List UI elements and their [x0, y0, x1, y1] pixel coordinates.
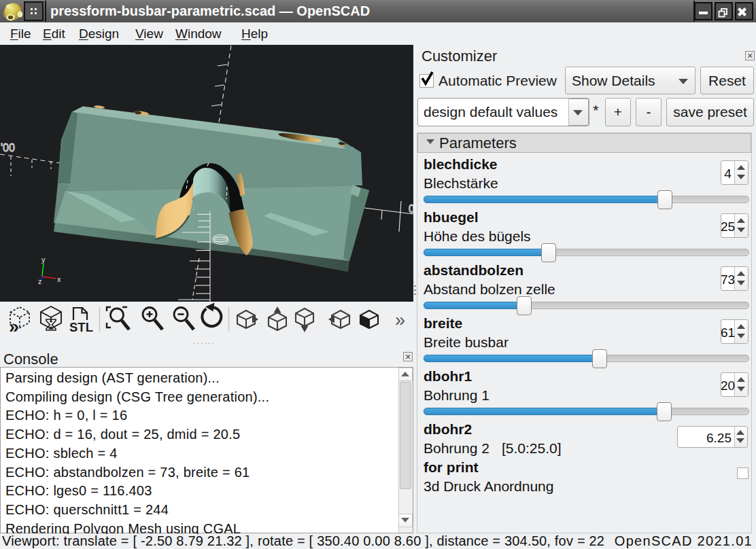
- svg-text:»: »: [9, 317, 19, 337]
- svg-text:y: y: [41, 255, 46, 264]
- svg-text:z: z: [38, 277, 42, 285]
- svg-text:»: »: [395, 310, 405, 330]
- svg-text:0: 0: [409, 203, 413, 215]
- svg-text:STL: STL: [69, 320, 93, 334]
- svg-text:x: x: [57, 275, 61, 283]
- svg-text:'00: '00: [1, 142, 15, 154]
